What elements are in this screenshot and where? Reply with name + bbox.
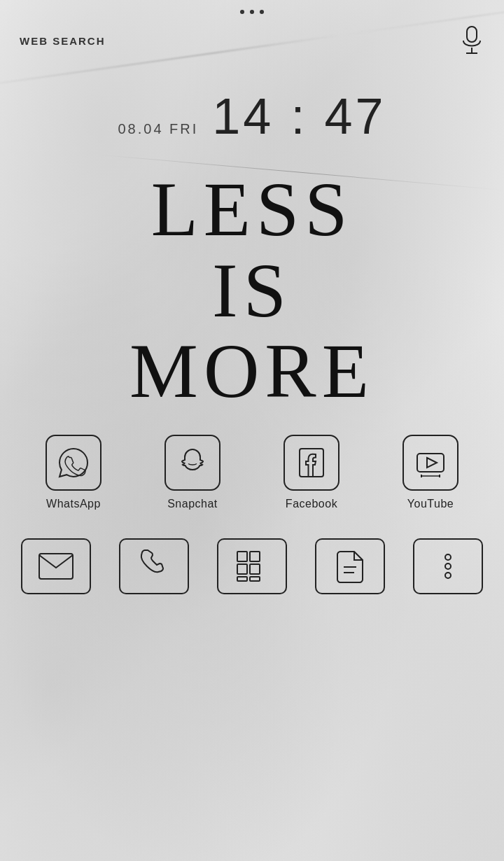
svg-point-18 xyxy=(445,554,451,560)
more-dock-item[interactable] xyxy=(413,538,483,594)
web-search-label[interactable]: WEB SEARCH xyxy=(20,35,106,47)
svg-rect-0 xyxy=(467,27,477,42)
motto-display: LESS IS MORE xyxy=(0,169,504,412)
time-label: 14 : 47 xyxy=(212,91,386,141)
youtube-app[interactable]: YouTube xyxy=(388,435,472,510)
microphone-button[interactable] xyxy=(459,25,484,56)
whatsapp-label: WhatsApp xyxy=(46,498,101,510)
svg-point-20 xyxy=(445,573,451,578)
svg-rect-10 xyxy=(237,552,247,561)
status-dot-2 xyxy=(250,10,254,14)
snapchat-label: Snapchat xyxy=(167,498,218,510)
youtube-label: YouTube xyxy=(407,498,454,510)
svg-rect-12 xyxy=(237,564,247,574)
status-dot-3 xyxy=(260,10,264,14)
dock-row xyxy=(0,538,504,594)
motto-line2: IS xyxy=(212,251,292,332)
status-dot-1 xyxy=(240,10,244,14)
datetime-display: 08.04 FRI 14 : 47 xyxy=(0,91,504,141)
snapchat-app[interactable]: Snapchat xyxy=(150,435,234,510)
app-icons-row: WhatsApp Snapchat Facebook xyxy=(0,435,504,510)
motto-line3: MORE xyxy=(130,331,374,412)
svg-rect-11 xyxy=(250,552,260,561)
motto-line1: LESS xyxy=(151,169,354,251)
svg-marker-5 xyxy=(427,458,437,468)
top-bar: WEB SEARCH xyxy=(0,14,504,56)
mail-dock-item[interactable] xyxy=(21,538,91,594)
svg-rect-13 xyxy=(250,564,260,574)
svg-rect-4 xyxy=(417,454,444,472)
youtube-icon-box[interactable] xyxy=(402,435,458,491)
date-label: 08.04 FRI xyxy=(118,121,198,137)
svg-point-19 xyxy=(445,564,451,569)
facebook-icon-box[interactable] xyxy=(284,435,340,491)
apps-dock-item[interactable] xyxy=(217,538,287,594)
snapchat-icon-box[interactable] xyxy=(164,435,220,491)
svg-rect-14 xyxy=(237,577,247,581)
svg-rect-3 xyxy=(300,449,323,477)
notes-dock-item[interactable] xyxy=(315,538,385,594)
svg-rect-15 xyxy=(250,577,260,581)
whatsapp-app[interactable]: WhatsApp xyxy=(31,435,115,510)
whatsapp-icon-box[interactable] xyxy=(46,435,102,491)
svg-rect-9 xyxy=(39,554,73,579)
phone-dock-item[interactable] xyxy=(119,538,189,594)
facebook-label: Facebook xyxy=(286,498,337,510)
status-dots xyxy=(0,0,504,14)
facebook-app[interactable]: Facebook xyxy=(270,435,354,510)
